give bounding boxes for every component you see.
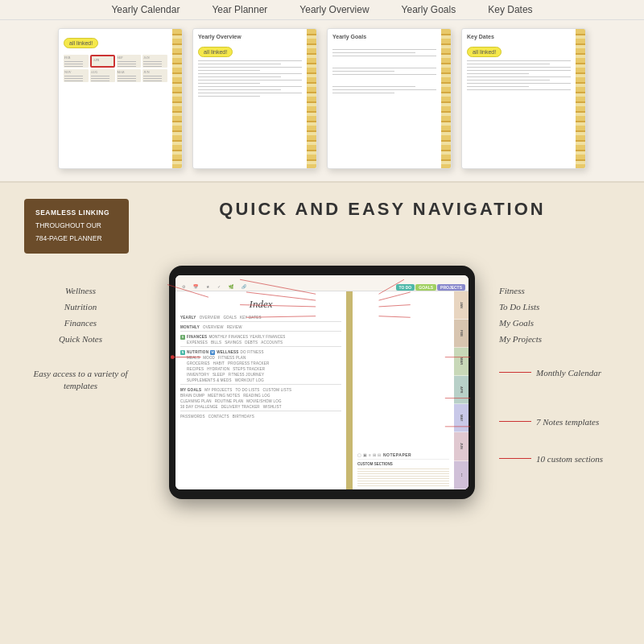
idx-monthly[interactable]: MONTHLY <box>180 325 200 329</box>
nav-yearly-goals[interactable]: Yearly Goals <box>402 4 456 15</box>
preview-line <box>198 67 302 68</box>
idx-passwords[interactable]: PASSWORDS <box>180 415 205 419</box>
divider <box>180 321 341 322</box>
preview-line <box>198 76 281 77</box>
idx-30day[interactable]: 30 DAY CHALLENGE <box>180 405 218 409</box>
preview-line <box>198 83 260 84</box>
idx-cleaning-plan[interactable]: CLEANING PLAN <box>180 399 212 403</box>
idx-habit[interactable]: HABIT <box>213 361 225 365</box>
idx-wishlist[interactable]: WISHLIST <box>263 405 282 409</box>
idx-workout-log[interactable]: WORKOUT LOG <box>235 378 264 382</box>
idx-monthly-finances[interactable]: MONTHLY FINANCES <box>208 335 248 339</box>
idx-steps-tracker[interactable]: STEPS TRACKER <box>233 367 265 371</box>
notepad-icon-1: ▢ <box>357 452 361 457</box>
idx-birthdays[interactable]: BIRTHDAYS <box>233 415 254 419</box>
idx-overview[interactable]: OVERVIEW <box>200 316 221 320</box>
nav-yearly-overview[interactable]: Yearly Overview <box>299 4 369 15</box>
preview-card-yearly-overview: Yearly Overview all linked! <box>192 28 317 169</box>
tab-jun[interactable]: JUN <box>454 432 469 460</box>
gear-icon: ⚙ <box>179 283 188 291</box>
idx-accounts[interactable]: ACCOUNTS <box>261 341 283 345</box>
idx-progress-tracker[interactable]: PROGRESS TRACKER <box>228 361 269 365</box>
idx-yearly-finances[interactable]: YEARLY FINANCES <box>250 335 285 339</box>
todo-lists-label: To Do Lists <box>499 302 628 312</box>
idx-nutrition[interactable]: NUTRITION <box>187 350 208 354</box>
idx-wellness[interactable]: WELLNESS <box>217 350 238 354</box>
mini-cal-4: JAN <box>142 55 167 68</box>
idx-expenses[interactable]: EXPENSES <box>187 341 208 345</box>
notepad-icon-2: ▣ <box>363 452 367 457</box>
mini-cal-2: APR <box>90 55 115 68</box>
preview-line <box>467 64 550 64</box>
idx-debts[interactable]: DEBTS <box>245 341 258 345</box>
notepad-line <box>357 476 449 477</box>
mini-cal-3: SEP <box>117 55 142 68</box>
idx-reading-log[interactable]: READING LOG <box>243 394 270 398</box>
tab-apr[interactable]: APR <box>454 376 469 404</box>
tab-goals[interactable]: GOALS <box>415 284 436 291</box>
nav-yearly-calendar[interactable]: Yearly Calendar <box>111 4 180 15</box>
idx-my-projects[interactable]: MY PROJECTS <box>204 388 232 392</box>
idx-do-fitness[interactable]: DO FITNESS <box>241 350 264 354</box>
idx-fitness-journey[interactable]: FITNESS JOURNEY <box>228 373 264 377</box>
idx-my-goals[interactable]: MY GOALS <box>180 388 201 392</box>
idx-mood[interactable]: MOOD <box>203 356 215 360</box>
idx-hydration[interactable]: HYDRATION <box>207 367 229 371</box>
tab-projects[interactable]: PROJECTS <box>437 284 465 291</box>
seamless-box: SEAMLESS LINKING THROUGHOUT OUR 784-PAGE… <box>24 199 129 254</box>
top-navigation: Yearly Calendar Year Planner Yearly Over… <box>0 0 644 20</box>
tab-todo[interactable]: TO DO <box>396 284 415 291</box>
idx-key-dates[interactable]: KEY DATES <box>240 316 262 320</box>
idx-brain-dump[interactable]: BRAIN DUMP <box>180 394 204 398</box>
preview-line <box>467 83 571 84</box>
content-wrapper: Wellness Nutrition Finances Quick Notes … <box>0 266 644 499</box>
preview-line <box>467 80 550 80</box>
preview-line <box>198 89 281 90</box>
tab-jan[interactable]: JAN <box>454 291 469 320</box>
preview-line <box>198 96 260 97</box>
idx-bills[interactable]: BILLS <box>211 341 221 345</box>
tab-feb[interactable]: FEB <box>454 320 469 348</box>
card-title-key-dates: Key Dates <box>467 34 571 39</box>
idx-supplements[interactable]: SUPPLEMENTS & MEDS <box>187 378 232 382</box>
idx-routine-plan[interactable]: ROUTINE PLAN <box>215 399 244 403</box>
wellness-icon: W <box>210 350 215 355</box>
idx-todo-lists[interactable]: TO DO LISTS <box>235 388 259 392</box>
preview-line <box>467 60 571 61</box>
idx-goals[interactable]: GOALS <box>223 316 237 320</box>
tablet-right-panel: ▢ ▣ ≡ ⊞ ⊟ NOTEPAPER CUSTOM SECTIONS <box>353 291 454 489</box>
notepad-line <box>357 483 449 484</box>
idx-recipes[interactable]: RECIPES <box>187 367 204 371</box>
idx-groceries[interactable]: GROCERIES <box>187 361 210 365</box>
idx-contacts[interactable]: CONTACTS <box>208 415 229 419</box>
preview-section: all linked! FEB APR SEP JAN <box>0 20 644 183</box>
idx-monthly-overview[interactable]: OVERVIEW <box>203 325 224 329</box>
idx-yearly[interactable]: YEARLY <box>180 316 196 320</box>
notepad-area: ▢ ▣ ≡ ⊞ ⊟ NOTEPAPER CUSTOM SECTIONS <box>353 449 454 489</box>
divider <box>180 384 341 385</box>
idx-delivery[interactable]: DELIVERY TRACKER <box>221 405 260 409</box>
idx-review[interactable]: REVIEW <box>227 325 242 329</box>
preview-line <box>198 93 302 93</box>
notepad-icon-5: ⊟ <box>378 452 381 457</box>
nav-key-dates[interactable]: Key Dates <box>488 4 532 15</box>
idx-custom-lists[interactable]: CUSTOM LISTS <box>263 388 292 392</box>
line <box>499 421 531 422</box>
preview-line <box>332 49 436 50</box>
idx-finances[interactable]: FINANCES <box>187 335 207 339</box>
idx-savings[interactable]: SAVINGS <box>225 341 242 345</box>
preview-line <box>332 86 415 87</box>
left-annotations: Wellness Nutrition Finances Quick Notes … <box>16 266 145 499</box>
idx-sleep[interactable]: SLEEP <box>213 373 225 377</box>
tab-may[interactable]: MAY <box>454 404 469 432</box>
nav-year-planner[interactable]: Year Planner <box>212 4 267 15</box>
idx-meals[interactable]: MEALS <box>187 356 200 360</box>
tab-mar[interactable]: MAR <box>454 348 469 376</box>
preview-line <box>332 74 436 75</box>
tab-extra[interactable]: ⋯ <box>454 461 469 489</box>
idx-inventory[interactable]: INVENTORY <box>187 373 209 377</box>
idx-meeting-notes[interactable]: MEETING NOTES <box>208 394 240 398</box>
idx-movie-show[interactable]: MOVIE/SHOW LOG <box>246 399 281 403</box>
idx-fitness-plan[interactable]: FITNESS PLAN <box>218 356 246 360</box>
right-tab-group: TO DO GOALS PROJECTS <box>396 284 465 291</box>
